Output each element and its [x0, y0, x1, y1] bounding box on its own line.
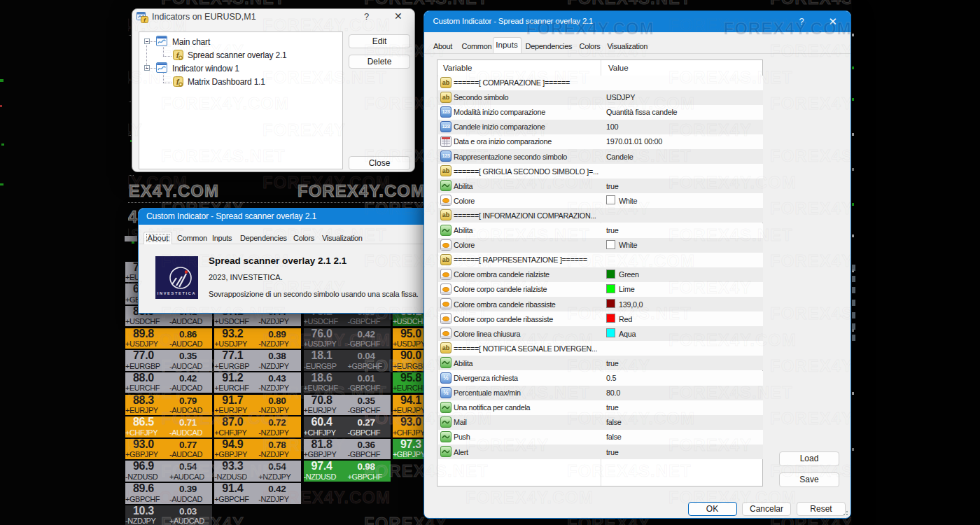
svg-text:INVESTETICA: INVESTETICA	[158, 291, 197, 295]
